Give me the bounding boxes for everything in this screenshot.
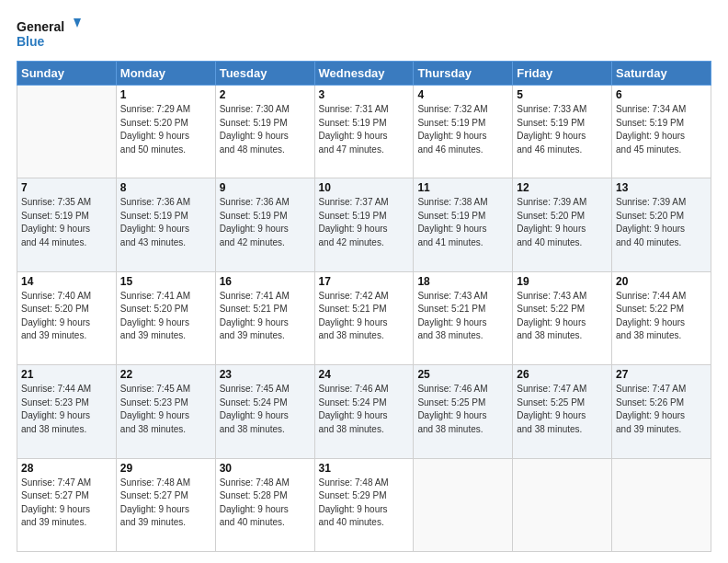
day-number: 21 — [21, 368, 112, 381]
day-info: Sunrise: 7:36 AMSunset: 5:19 PMDaylight:… — [220, 196, 311, 249]
day-number: 1 — [120, 88, 211, 101]
day-number: 24 — [319, 368, 410, 381]
day-number: 9 — [220, 181, 311, 194]
calendar-cell: 9Sunrise: 7:36 AMSunset: 5:19 PMDaylight… — [215, 178, 314, 271]
calendar-cell: 11Sunrise: 7:38 AMSunset: 5:19 PMDayligh… — [414, 178, 513, 271]
day-number: 6 — [616, 88, 707, 101]
week-row-2: 7Sunrise: 7:35 AMSunset: 5:19 PMDaylight… — [17, 178, 711, 271]
calendar-cell: 28Sunrise: 7:47 AMSunset: 5:27 PMDayligh… — [17, 458, 117, 551]
day-info: Sunrise: 7:32 AMSunset: 5:19 PMDaylight:… — [417, 103, 508, 156]
day-info: Sunrise: 7:34 AMSunset: 5:19 PMDaylight:… — [616, 103, 707, 156]
calendar-cell — [17, 86, 117, 178]
day-header-sunday: Sunday — [17, 62, 117, 86]
day-number: 28 — [21, 462, 112, 475]
svg-marker-2 — [74, 18, 81, 28]
day-number: 13 — [616, 181, 707, 194]
calendar-cell: 7Sunrise: 7:35 AMSunset: 5:19 PMDaylight… — [17, 178, 117, 271]
day-info: Sunrise: 7:48 AMSunset: 5:27 PMDaylight:… — [120, 477, 211, 530]
calendar-cell: 24Sunrise: 7:46 AMSunset: 5:24 PMDayligh… — [314, 365, 414, 458]
header-row: SundayMondayTuesdayWednesdayThursdayFrid… — [17, 62, 711, 86]
day-header-thursday: Thursday — [414, 62, 513, 86]
calendar-cell: 25Sunrise: 7:46 AMSunset: 5:25 PMDayligh… — [414, 365, 513, 458]
day-info: Sunrise: 7:38 AMSunset: 5:19 PMDaylight:… — [417, 196, 508, 249]
day-number: 10 — [319, 181, 410, 194]
day-info: Sunrise: 7:46 AMSunset: 5:25 PMDaylight:… — [417, 383, 508, 436]
day-number: 8 — [120, 181, 211, 194]
day-info: Sunrise: 7:45 AMSunset: 5:23 PMDaylight:… — [120, 383, 211, 436]
week-row-4: 21Sunrise: 7:44 AMSunset: 5:23 PMDayligh… — [17, 365, 711, 458]
day-info: Sunrise: 7:44 AMSunset: 5:23 PMDaylight:… — [21, 383, 112, 436]
day-number: 26 — [517, 368, 608, 381]
day-number: 12 — [517, 181, 608, 194]
day-number: 14 — [21, 275, 112, 288]
day-number: 31 — [319, 462, 410, 475]
day-number: 2 — [220, 88, 311, 101]
calendar-cell: 10Sunrise: 7:37 AMSunset: 5:19 PMDayligh… — [314, 178, 414, 271]
day-info: Sunrise: 7:39 AMSunset: 5:20 PMDaylight:… — [517, 196, 608, 249]
calendar-cell: 3Sunrise: 7:31 AMSunset: 5:19 PMDaylight… — [314, 86, 414, 178]
day-info: Sunrise: 7:41 AMSunset: 5:21 PMDaylight:… — [220, 290, 311, 343]
calendar-cell: 22Sunrise: 7:45 AMSunset: 5:23 PMDayligh… — [116, 365, 215, 458]
day-info: Sunrise: 7:48 AMSunset: 5:29 PMDaylight:… — [319, 477, 410, 530]
day-info: Sunrise: 7:36 AMSunset: 5:19 PMDaylight:… — [120, 196, 211, 249]
day-info: Sunrise: 7:29 AMSunset: 5:20 PMDaylight:… — [120, 103, 211, 156]
day-info: Sunrise: 7:48 AMSunset: 5:28 PMDaylight:… — [220, 477, 311, 530]
day-number: 15 — [120, 275, 211, 288]
day-info: Sunrise: 7:39 AMSunset: 5:20 PMDaylight:… — [616, 196, 707, 249]
calendar-cell — [414, 458, 513, 551]
calendar-cell: 1Sunrise: 7:29 AMSunset: 5:20 PMDaylight… — [116, 86, 215, 178]
day-header-friday: Friday — [513, 62, 612, 86]
page: General Blue SundayMondayTuesdayWednesda… — [0, 0, 728, 563]
calendar-cell: 12Sunrise: 7:39 AMSunset: 5:20 PMDayligh… — [513, 178, 612, 271]
day-info: Sunrise: 7:35 AMSunset: 5:19 PMDaylight:… — [21, 196, 112, 249]
calendar-cell: 21Sunrise: 7:44 AMSunset: 5:23 PMDayligh… — [17, 365, 117, 458]
logo: General Blue — [17, 17, 81, 52]
logo-svg: General Blue — [17, 17, 81, 52]
day-number: 22 — [120, 368, 211, 381]
calendar-cell: 5Sunrise: 7:33 AMSunset: 5:19 PMDaylight… — [513, 86, 612, 178]
day-info: Sunrise: 7:43 AMSunset: 5:22 PMDaylight:… — [517, 290, 608, 343]
day-number: 27 — [616, 368, 707, 381]
day-header-saturday: Saturday — [612, 62, 711, 86]
week-row-3: 14Sunrise: 7:40 AMSunset: 5:20 PMDayligh… — [17, 271, 711, 364]
day-info: Sunrise: 7:40 AMSunset: 5:20 PMDaylight:… — [21, 290, 112, 343]
calendar-cell: 17Sunrise: 7:42 AMSunset: 5:21 PMDayligh… — [314, 271, 414, 364]
day-number: 3 — [319, 88, 410, 101]
calendar-cell — [612, 458, 711, 551]
calendar-cell — [513, 458, 612, 551]
header: General Blue — [17, 17, 711, 52]
day-number: 30 — [220, 462, 311, 475]
calendar-cell: 29Sunrise: 7:48 AMSunset: 5:27 PMDayligh… — [116, 458, 215, 551]
day-number: 29 — [120, 462, 211, 475]
day-info: Sunrise: 7:30 AMSunset: 5:19 PMDaylight:… — [220, 103, 311, 156]
calendar-cell: 13Sunrise: 7:39 AMSunset: 5:20 PMDayligh… — [612, 178, 711, 271]
day-info: Sunrise: 7:44 AMSunset: 5:22 PMDaylight:… — [616, 290, 707, 343]
calendar-cell: 16Sunrise: 7:41 AMSunset: 5:21 PMDayligh… — [215, 271, 314, 364]
day-info: Sunrise: 7:46 AMSunset: 5:24 PMDaylight:… — [319, 383, 410, 436]
day-info: Sunrise: 7:47 AMSunset: 5:25 PMDaylight:… — [517, 383, 608, 436]
day-number: 18 — [417, 275, 508, 288]
calendar-cell: 6Sunrise: 7:34 AMSunset: 5:19 PMDaylight… — [612, 86, 711, 178]
day-number: 4 — [417, 88, 508, 101]
calendar-cell: 31Sunrise: 7:48 AMSunset: 5:29 PMDayligh… — [314, 458, 414, 551]
day-info: Sunrise: 7:45 AMSunset: 5:24 PMDaylight:… — [220, 383, 311, 436]
day-number: 20 — [616, 275, 707, 288]
day-info: Sunrise: 7:37 AMSunset: 5:19 PMDaylight:… — [319, 196, 410, 249]
calendar-cell: 18Sunrise: 7:43 AMSunset: 5:21 PMDayligh… — [414, 271, 513, 364]
day-number: 11 — [417, 181, 508, 194]
svg-text:General: General — [17, 19, 64, 34]
day-header-monday: Monday — [116, 62, 215, 86]
calendar-cell: 20Sunrise: 7:44 AMSunset: 5:22 PMDayligh… — [612, 271, 711, 364]
calendar-cell: 26Sunrise: 7:47 AMSunset: 5:25 PMDayligh… — [513, 365, 612, 458]
day-info: Sunrise: 7:33 AMSunset: 5:19 PMDaylight:… — [517, 103, 608, 156]
calendar-cell: 2Sunrise: 7:30 AMSunset: 5:19 PMDaylight… — [215, 86, 314, 178]
calendar-cell: 14Sunrise: 7:40 AMSunset: 5:20 PMDayligh… — [17, 271, 117, 364]
week-row-5: 28Sunrise: 7:47 AMSunset: 5:27 PMDayligh… — [17, 458, 711, 551]
day-number: 17 — [319, 275, 410, 288]
day-info: Sunrise: 7:47 AMSunset: 5:26 PMDaylight:… — [616, 383, 707, 436]
calendar-cell: 15Sunrise: 7:41 AMSunset: 5:20 PMDayligh… — [116, 271, 215, 364]
day-info: Sunrise: 7:41 AMSunset: 5:20 PMDaylight:… — [120, 290, 211, 343]
calendar-cell: 4Sunrise: 7:32 AMSunset: 5:19 PMDaylight… — [414, 86, 513, 178]
calendar-cell: 8Sunrise: 7:36 AMSunset: 5:19 PMDaylight… — [116, 178, 215, 271]
day-header-wednesday: Wednesday — [314, 62, 414, 86]
